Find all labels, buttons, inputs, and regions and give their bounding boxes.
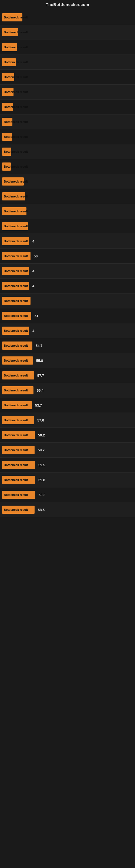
bottleneck-bar: Bottleneck result [2,312,31,320]
bar-label: Bottleneck result [4,418,28,422]
table-row: Bottleneck result4 [0,279,135,293]
bottleneck-bar: Bottleneck result [2,506,35,514]
bottleneck-value: 55.8 [36,359,43,363]
bottleneck-value: 53.7 [35,403,42,407]
bottleneck-bar: Bottleneck result [2,58,16,66]
table-row: Bottleneck result [0,293,135,308]
table-row: Bottleneck result [0,85,135,99]
bar-label: Bottleneck result [4,269,28,273]
bar-container: Bottleneck result [2,58,16,66]
bottleneck-value: 59.5 [38,463,45,467]
bottleneck-bar: Bottleneck result [2,162,11,170]
bar-label: Bottleneck result [4,16,28,19]
bottleneck-bar: Bottleneck result [2,133,12,141]
table-row: Bottleneck result59.2 [0,428,135,443]
bar-label: Bottleneck result [4,463,28,467]
bar-container: Bottleneck result [2,267,29,275]
bottleneck-value: 56.4 [37,389,43,393]
bar-container: Bottleneck result [2,371,34,379]
bottleneck-bar: Bottleneck result [2,282,29,290]
bar-container: Bottleneck result [2,356,33,365]
bottleneck-bar: Bottleneck result [2,148,11,156]
bar-label: Bottleneck result [4,284,28,287]
bar-label: Bottleneck result [4,359,28,362]
bottleneck-bar: Bottleneck result [2,177,24,186]
table-row: Bottleneck result4 [0,234,135,249]
header: TheBottlenecker.com [0,0,135,10]
bar-container: Bottleneck result [2,327,29,335]
bar-container: Bottleneck result [2,506,35,514]
table-row: Bottleneck result60.3 [0,488,135,502]
bar-label: Bottleneck result [4,90,28,94]
bar-container: Bottleneck result [2,491,35,499]
bar-label: Bottleneck result [4,254,28,258]
bar-container: Bottleneck result [2,103,13,111]
bottleneck-bar: Bottleneck result [2,491,35,499]
table-row: Bottleneck result [0,144,135,159]
table-row: Bottleneck result [0,99,135,115]
bar-label: Bottleneck result [4,210,28,213]
table-row: Bottleneck result [0,10,135,25]
table-row: Bottleneck result [0,115,135,129]
bar-label: Bottleneck result [4,299,28,303]
bottleneck-bar: Bottleneck result [2,356,33,365]
bar-label: Bottleneck result [4,314,28,317]
table-row: Bottleneck result57.6 [0,413,135,428]
bottleneck-bar: Bottleneck result [2,297,31,305]
bar-label: Bottleneck result [4,135,28,138]
table-row: Bottleneck result51 [0,308,135,323]
bottleneck-value: 51 [35,314,38,318]
bar-label: Bottleneck result [4,493,28,496]
bar-label: Bottleneck result [4,329,28,332]
bottleneck-bar: Bottleneck result [2,237,29,245]
bar-container: Bottleneck result [2,88,13,96]
bar-container: Bottleneck result [2,461,35,469]
bar-label: Bottleneck result [4,105,28,108]
bar-container: Bottleneck result [2,282,29,290]
bottleneck-bar: Bottleneck result [2,386,34,394]
bar-container: Bottleneck result [2,431,35,439]
table-row: Bottleneck result [0,25,135,40]
table-row: Bottleneck result [0,174,135,189]
bar-container: Bottleneck result [2,43,17,51]
bar-label: Bottleneck result [4,31,28,34]
table-row: Bottleneck result53.7 [0,398,135,413]
bar-label: Bottleneck result [4,45,28,49]
bottleneck-value: 4 [32,284,34,288]
bar-container: Bottleneck result [2,416,34,424]
bar-label: Bottleneck result [4,374,28,377]
bottleneck-value: 58.5 [38,508,45,512]
table-row: Bottleneck result50 [0,249,135,264]
table-row: Bottleneck result56.4 [0,383,135,398]
bottleneck-value: 60.3 [39,493,45,497]
bar-label: Bottleneck result [4,150,28,153]
table-row: Bottleneck result58.7 [0,443,135,458]
bar-label: Bottleneck result [4,165,28,168]
table-row: Bottleneck result [0,219,135,234]
bar-label: Bottleneck result [4,61,28,64]
bottleneck-bar: Bottleneck result [2,28,18,36]
bar-container: Bottleneck result [2,73,14,81]
bar-container: Bottleneck result [2,297,31,305]
bottleneck-value: 50 [34,254,38,258]
bar-container: Bottleneck result [2,148,11,156]
bottleneck-bar: Bottleneck result [2,207,27,215]
bar-label: Bottleneck result [4,195,28,198]
table-row: Bottleneck result [0,40,135,55]
bar-container: Bottleneck result [2,118,12,126]
bar-label: Bottleneck result [4,180,28,183]
bar-label: Bottleneck result [4,120,28,123]
bottleneck-bar: Bottleneck result [2,461,35,469]
table-row: Bottleneck result [0,159,135,174]
table-row: Bottleneck result59.5 [0,458,135,472]
bottleneck-bar: Bottleneck result [2,118,12,126]
bar-container: Bottleneck result [2,341,32,350]
bottleneck-bar: Bottleneck result [2,416,34,424]
bar-container: Bottleneck result [2,446,35,454]
table-row: Bottleneck result [0,55,135,70]
bar-container: Bottleneck result [2,222,28,230]
table-row: Bottleneck result4 [0,323,135,338]
bar-container: Bottleneck result [2,476,35,484]
bar-container: Bottleneck result [2,252,31,260]
bottleneck-bar: Bottleneck result [2,267,29,275]
